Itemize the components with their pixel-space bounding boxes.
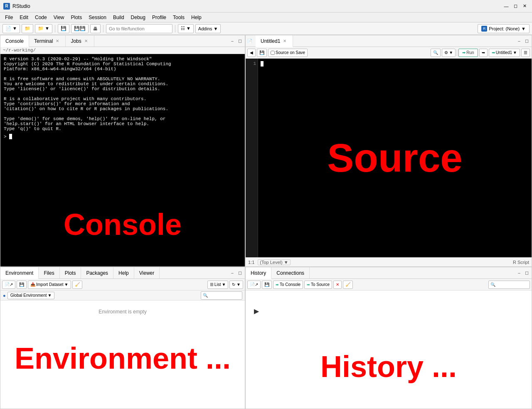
maximize-button[interactable]: ◻ — [511, 2, 520, 10]
window-controls[interactable]: — ◻ ✕ — [502, 2, 529, 10]
source-panel-controls: − ◻ — [514, 35, 532, 47]
history-minimize-button[interactable]: − — [516, 270, 522, 276]
new-file-button[interactable]: 📄 ▼ — [2, 24, 20, 33]
env-save-button[interactable]: 💾 — [17, 281, 27, 289]
source-run-button[interactable]: ➡ Run — [458, 49, 478, 57]
env-maximize-button[interactable]: ◻ — [236, 270, 243, 276]
menu-code[interactable]: Code — [32, 14, 50, 21]
tab-connections[interactable]: Connections — [271, 267, 310, 278]
global-env-selector[interactable]: Global Environment ▼ — [7, 292, 55, 299]
history-delete-button[interactable]: ✕ — [333, 281, 342, 289]
open-file-button[interactable]: 📁 — [22, 24, 33, 33]
run-label: Run — [466, 50, 474, 55]
menu-view[interactable]: View — [50, 14, 68, 21]
console-content[interactable]: R version 3.6.3 (2020-02-29) -- "Holding… — [0, 54, 245, 266]
menu-build[interactable]: Build — [110, 14, 128, 21]
history-save-button[interactable]: 💾 — [262, 281, 272, 289]
tab-terminal[interactable]: Terminal ✕ — [29, 35, 66, 47]
menu-profile[interactable]: Profile — [149, 14, 170, 21]
open-recent-button[interactable]: 📁 ▼ — [35, 24, 52, 33]
source-back-button[interactable]: ◀ — [247, 49, 256, 57]
goto-input[interactable] — [106, 24, 172, 33]
env-load-button[interactable]: 📄↗ — [2, 281, 15, 289]
source-on-save-button[interactable]: Source on Save — [268, 49, 308, 57]
project-button[interactable]: R Project: (None) ▼ — [478, 24, 530, 33]
env-list-button[interactable]: ☰ List ▼ — [207, 281, 228, 289]
history-search-input[interactable] — [488, 281, 530, 289]
import-dropdown-icon: ▼ — [64, 282, 69, 287]
env-clear-button[interactable]: 🧹 — [72, 281, 82, 289]
menu-file[interactable]: File — [2, 14, 16, 21]
save-all-button[interactable]: 💾💾 — [71, 24, 89, 33]
console-panel: Console Terminal ✕ Jobs ✕ − ◻ ~/r-workin… — [0, 35, 245, 267]
close-button[interactable]: ✕ — [520, 2, 529, 10]
list-icon: ☰ — [210, 282, 214, 287]
source-source-button[interactable]: ➡ Untitled1 ▼ — [489, 49, 520, 57]
grid-button[interactable]: ☷ ▼ — [178, 24, 194, 33]
source-tools-button[interactable]: ⚙ ▼ — [442, 49, 456, 57]
import-icon: 📥 — [30, 282, 35, 287]
source-minimize-button[interactable]: − — [516, 38, 522, 44]
tab-environment[interactable]: Environment — [0, 267, 39, 279]
tab-jobs[interactable]: Jobs ✕ — [66, 35, 94, 47]
source-doc-icon: 📄 — [247, 39, 252, 43]
tab-history[interactable]: History — [246, 267, 271, 279]
tab-packages[interactable]: Packages — [81, 267, 113, 278]
source-line-numbers: 1 — [246, 59, 258, 257]
source-maximize-button[interactable]: ◻ — [523, 38, 530, 44]
close-terminal-tab[interactable]: ✕ — [54, 38, 60, 44]
menu-edit[interactable]: Edit — [16, 14, 32, 21]
source-panel-header: 📄 Untitled1 ✕ − ◻ — [246, 35, 532, 47]
run-arrow-icon: ➡ — [462, 50, 466, 55]
close-jobs-tab[interactable]: ✕ — [83, 38, 89, 44]
history-clear-button[interactable]: 🧹 — [343, 281, 353, 289]
tab-plots[interactable]: Plots — [60, 267, 81, 278]
environment-panel: Environment Files Plots Packages Help Vi… — [0, 267, 245, 409]
tab-viewer[interactable]: Viewer — [134, 267, 160, 278]
source-text-area[interactable]: Source — [258, 59, 532, 257]
console-maximize-button[interactable]: ◻ — [236, 38, 243, 44]
history-to-console-button[interactable]: ➡ To Console — [273, 281, 303, 289]
print-button[interactable]: 🖶 — [90, 24, 101, 33]
menu-plots[interactable]: Plots — [68, 14, 86, 21]
env-import-button[interactable]: 📥 Import Dataset ▼ — [28, 281, 71, 289]
tab-files[interactable]: Files — [39, 267, 59, 278]
env-search-input[interactable] — [201, 291, 242, 300]
source-content[interactable]: 1 Source — [246, 59, 532, 257]
source-search-button[interactable]: 🔍 — [431, 49, 441, 57]
env-minimize-button[interactable]: − — [229, 270, 236, 276]
save-button[interactable]: 💾 — [58, 24, 69, 33]
history-to-source-button[interactable]: ➡ To Source — [304, 281, 332, 289]
source-on-save-checkbox[interactable] — [271, 51, 275, 55]
tab-console[interactable]: Console — [0, 35, 29, 47]
close-untitled1-tab[interactable]: ✕ — [282, 38, 288, 44]
history-load-button[interactable]: 📄↗ — [247, 281, 261, 289]
global-env-dropdown-icon: ▼ — [47, 293, 52, 298]
minimize-button[interactable]: — — [502, 2, 510, 10]
console-prompt[interactable]: > — [4, 134, 241, 139]
menu-help[interactable]: Help — [188, 14, 205, 21]
source-menu-button[interactable]: ☰ — [521, 49, 530, 57]
mouse-cursor: ▶ — [254, 307, 259, 315]
history-maximize-button[interactable]: ◻ — [523, 270, 530, 276]
source-save-button[interactable]: 💾 — [257, 49, 267, 57]
to-source-arrow-icon: ➡ — [307, 283, 310, 287]
history-big-label: History ... — [320, 350, 457, 384]
toolbar-sep-1 — [55, 25, 55, 32]
env-toolbar: 📄↗ 💾 📥 Import Dataset ▼ 🧹 ☰ List ▼ ↻ ▼ — [0, 279, 245, 291]
app-icon: R — [3, 3, 10, 10]
source-file-type: R Script — [513, 260, 529, 265]
history-toolbar: 📄↗ 💾 ➡ To Console ➡ To Source ✕ 🧹 — [246, 279, 532, 291]
menu-debug[interactable]: Debug — [128, 14, 149, 21]
tab-untitled1[interactable]: Untitled1 ✕ — [256, 35, 293, 47]
tab-help[interactable]: Help — [113, 267, 134, 278]
console-minimize-button[interactable]: − — [229, 38, 236, 44]
env-refresh-button[interactable]: ↻ ▼ — [229, 281, 243, 289]
source-rerun-button[interactable]: ➥ — [479, 49, 488, 57]
list-dropdown-icon: ▼ — [222, 282, 226, 287]
addins-button[interactable]: Addins ▼ — [195, 24, 221, 33]
env-view-controls: ☰ List ▼ ↻ ▼ — [207, 281, 243, 289]
menu-session[interactable]: Session — [85, 14, 110, 21]
menu-tools[interactable]: Tools — [170, 14, 188, 21]
history-content[interactable]: ▶ History ... — [246, 291, 532, 409]
